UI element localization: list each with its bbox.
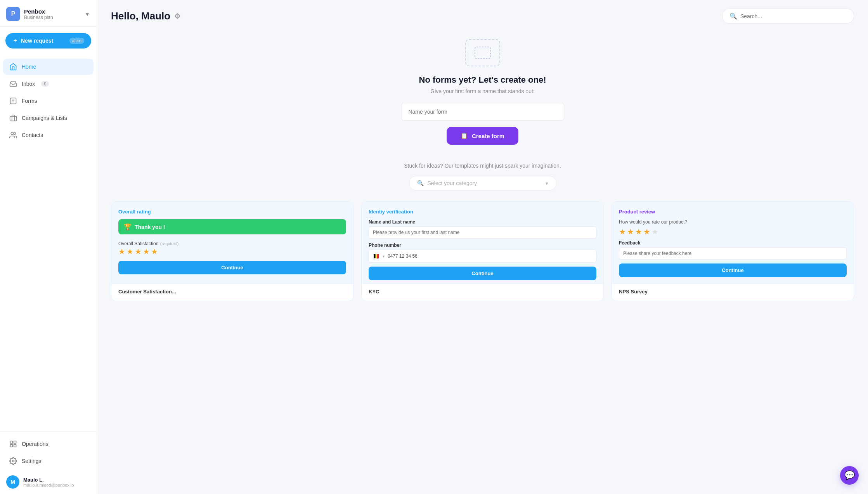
card-footer-satisfaction: Customer Satisfaction...: [111, 284, 353, 301]
star-rating: ★ ★ ★ ★ ★: [118, 247, 346, 256]
templates-hint: Stuck for ideas? Our templates might jus…: [111, 163, 854, 169]
page-title: Hello, Maulo ⚙: [111, 10, 180, 22]
brand-info: Penbox Business plan: [24, 8, 53, 20]
sidebar-item-settings[interactable]: Settings: [3, 453, 94, 469]
card-preview-kyc: Identiy verification Name and Last name …: [362, 202, 603, 284]
name-field-group: Name and Last name: [369, 219, 596, 239]
user-email: maulo.lumleod@penbox.io: [23, 483, 74, 487]
phone-field-group: Phone number 🇧🇪 ▾ 0477 12 34 56: [369, 243, 596, 263]
name-field-input[interactable]: [369, 226, 596, 239]
feedback-label: Feedback: [619, 240, 847, 246]
greeting-text: Hello, Maulo: [111, 10, 170, 22]
continue-button-satisfaction[interactable]: Continue: [118, 261, 346, 274]
satisfaction-label: Overall Satisfaction: [118, 241, 158, 246]
sidebar-item-forms[interactable]: Forms: [3, 93, 94, 109]
sidebar: P Penbox Business plan ▾ ＋ New request a…: [0, 0, 97, 494]
star-1: ★: [118, 247, 125, 256]
svg-point-10: [12, 460, 14, 462]
card-name-satisfaction: Customer Satisfaction...: [118, 289, 346, 295]
continue-button-nps[interactable]: Continue: [619, 263, 847, 277]
satisfaction-row: Overall Satisfaction (required): [118, 240, 346, 247]
svg-rect-7: [14, 441, 16, 444]
star-2: ★: [126, 247, 133, 256]
search-bar[interactable]: 🔍: [722, 9, 854, 24]
brand-avatar: P: [6, 7, 20, 21]
phone-number: 0477 12 34 56: [388, 253, 418, 259]
star-5: ★: [151, 247, 158, 256]
sidebar-item-contacts[interactable]: Contacts: [3, 127, 94, 143]
search-icon: 🔍: [729, 12, 737, 20]
category-dropdown[interactable]: 🔍 Select your category ▾: [409, 176, 556, 191]
review-star-1: ★: [619, 227, 626, 236]
review-star-4: ★: [643, 227, 650, 236]
sidebar-item-home[interactable]: Home: [3, 59, 94, 75]
card-label-kyc: Identiy verification: [369, 209, 596, 215]
home-icon: [9, 63, 17, 71]
review-star-5: ★: [651, 227, 658, 236]
feedback-input[interactable]: [619, 247, 847, 260]
star-3: ★: [135, 247, 142, 256]
form-name-input[interactable]: [401, 103, 564, 121]
sidebar-item-contacts-label: Contacts: [22, 132, 43, 138]
plus-icon: ＋: [12, 37, 18, 44]
template-card-kyc: Identiy verification Name and Last name …: [361, 201, 604, 301]
template-card-nps: Product review How would you rate our pr…: [612, 201, 854, 301]
user-profile[interactable]: M Maulo L. maulo.lumleod@penbox.io: [0, 470, 97, 494]
star-4: ★: [143, 247, 150, 256]
main-header: Hello, Maulo ⚙ 🔍: [97, 0, 868, 28]
review-star-2: ★: [627, 227, 634, 236]
continue-button-kyc[interactable]: Continue: [369, 267, 596, 280]
review-star-3: ★: [635, 227, 642, 236]
create-form-icon: 📋: [461, 132, 468, 139]
card-footer-nps: NPS Survey: [612, 284, 854, 301]
hero-section: No forms yet? Let's create one! Give you…: [97, 28, 868, 163]
sidebar-item-campaigns-label: Campaigns & Lists: [22, 115, 67, 121]
sidebar-item-settings-label: Settings: [22, 458, 42, 464]
chevron-down-icon: ▾: [546, 180, 548, 186]
templates-section: Stuck for ideas? Our templates might jus…: [97, 163, 868, 315]
feedback-field-group: Feedback: [619, 240, 847, 260]
new-request-button[interactable]: ＋ New request alt+n: [5, 33, 91, 49]
create-form-label: Create form: [472, 133, 504, 139]
sidebar-item-operations-label: Operations: [22, 441, 48, 447]
contacts-icon: [9, 131, 17, 139]
search-icon-dropdown: 🔍: [417, 180, 424, 186]
card-preview-satisfaction: Overall rating 🏆 Thank you ! Overall Sat…: [111, 202, 353, 284]
sidebar-nav: Home Inbox 0 Forms Campaigns & Lists Con…: [0, 55, 97, 432]
forms-icon: [9, 97, 17, 105]
empty-state-illustration: [465, 39, 500, 66]
sidebar-item-home-label: Home: [22, 64, 36, 70]
sidebar-item-operations[interactable]: Operations: [3, 436, 94, 452]
create-form-button[interactable]: 📋 Create form: [447, 127, 518, 145]
card-label-nps: Product review: [619, 209, 847, 215]
thankyou-text: Thank you !: [135, 224, 165, 230]
review-stars: ★ ★ ★ ★ ★: [619, 227, 847, 236]
sidebar-item-campaigns[interactable]: Campaigns & Lists: [3, 110, 94, 126]
chat-widget-button[interactable]: 💬: [840, 466, 859, 485]
phone-flag-icon: 🇧🇪: [373, 253, 379, 259]
template-cards: Overall rating 🏆 Thank you ! Overall Sat…: [111, 201, 854, 301]
card-name-nps: NPS Survey: [619, 289, 847, 295]
card-label-satisfaction: Overall rating: [118, 209, 346, 215]
sidebar-bottom: Operations Settings M Maulo L. maulo.lum…: [0, 432, 97, 494]
brand: P Penbox Business plan: [6, 7, 53, 21]
sidebar-item-inbox[interactable]: Inbox 0: [3, 76, 94, 92]
phone-input-wrap[interactable]: 🇧🇪 ▾ 0477 12 34 56: [369, 250, 596, 263]
settings-small-icon[interactable]: ⚙: [174, 12, 180, 21]
svg-rect-6: [10, 441, 13, 444]
svg-rect-9: [10, 445, 13, 447]
svg-rect-4: [10, 116, 17, 121]
svg-point-5: [11, 132, 14, 135]
card-name-kyc: KYC: [369, 289, 596, 295]
search-input[interactable]: [740, 13, 847, 19]
settings-icon: [9, 457, 17, 465]
hero-title: No forms yet? Let's create one!: [419, 75, 546, 85]
brand-name: Penbox: [24, 8, 53, 15]
brand-plan: Business plan: [24, 15, 53, 20]
brand-expand-button[interactable]: ▾: [84, 9, 90, 19]
satisfaction-required: (required): [160, 241, 179, 246]
campaigns-icon: [9, 114, 17, 122]
sidebar-header: P Penbox Business plan ▾: [0, 0, 97, 27]
new-request-shortcut: alt+n: [69, 38, 84, 44]
category-placeholder: Select your category: [428, 180, 477, 186]
